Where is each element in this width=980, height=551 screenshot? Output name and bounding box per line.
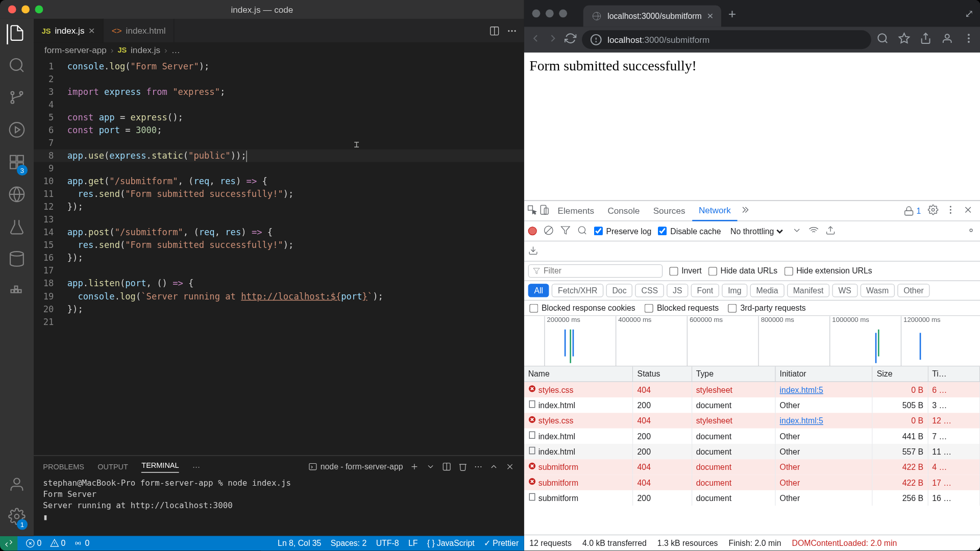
close-tab-icon[interactable]: × [88,24,94,37]
reload-button[interactable] [565,32,577,47]
browser-tab[interactable]: localhost:3000/submitform × [583,6,722,27]
language-mode[interactable]: { } JavaScript [427,539,475,548]
devtools-settings-icon[interactable] [928,205,939,217]
code-line[interactable]: 12}); [34,201,524,213]
prettier-status[interactable]: ✓ Prettier [484,539,519,548]
network-settings-icon[interactable] [966,225,976,237]
code-line[interactable]: 3import express from "express"; [34,85,524,98]
profile-icon[interactable] [941,32,953,47]
code-line[interactable]: 18app.listen(port, () => { [34,277,524,290]
code-line[interactable]: 14app.post("/submitform", (req, res) => … [34,226,524,239]
devtools-tab-network[interactable]: Network [692,201,738,221]
zoom-icon[interactable] [876,32,889,47]
encoding[interactable]: UTF-8 [376,539,399,548]
column-initiator[interactable]: Initiator [775,366,872,382]
network-row[interactable]: index.html200documentOther557 B11 … [524,444,980,459]
network-timeline[interactable]: 200000 ms400000 ms600000 ms800000 ms1000… [524,316,980,366]
record-button[interactable] [528,227,537,235]
network-row[interactable]: index.html200documentOther441 B7 … [524,429,980,444]
chevron-up-icon[interactable] [489,462,498,471]
chip-other[interactable]: Other [897,284,929,297]
split-terminal-icon[interactable] [442,462,451,471]
expand-icon[interactable]: ⤢ [965,7,980,20]
import-icon[interactable] [825,225,836,237]
indentation[interactable]: Spaces: 2 [331,539,366,548]
throttling-select[interactable]: No throttling [728,226,785,236]
editor-tab-index-js[interactable]: JSindex.js× [34,19,104,42]
code-line[interactable]: 20}); [34,303,524,315]
share-icon[interactable] [920,32,932,47]
minimize-window-button[interactable] [21,6,30,14]
editor-tab-index-html[interactable]: <>index.html [104,19,175,42]
chip-media[interactable]: Media [750,284,785,297]
devtools-tab-sources[interactable]: Sources [646,201,692,221]
code-editor[interactable]: ⌶ 1console.log("Form Server");23import e… [34,57,524,455]
network-row[interactable]: submitform404documentOther422 B17 … [524,475,980,490]
chip-manifest[interactable]: Manifest [787,284,830,297]
clear-icon[interactable] [544,225,554,237]
extensions-tab[interactable]: 3 [8,154,26,174]
settings-button[interactable]: 1 [8,508,26,528]
filter-toggle-icon[interactable] [560,225,571,237]
bookmark-icon[interactable] [898,32,911,47]
more-icon[interactable] [506,25,517,36]
chip-doc[interactable]: Doc [606,284,633,297]
terminal-dropdown-icon[interactable] [426,462,435,471]
b-close-button[interactable] [532,9,541,17]
network-row[interactable]: index.html200documentOther505 B3 … [524,397,980,413]
breadcrumbs[interactable]: form-server-app › JS index.js › … [34,42,524,57]
hide-data-urls-checkbox[interactable]: Hide data URLs [708,266,777,276]
explorer-tab[interactable] [7,24,26,44]
ports-count[interactable]: 0 [74,539,89,548]
more-terminal-icon[interactable]: ⋯ [474,462,482,471]
chip-wasm[interactable]: Wasm [860,284,895,297]
invert-checkbox[interactable]: Invert [669,266,701,276]
warning-count[interactable]: 0 [50,539,65,548]
panel-tab-terminal[interactable]: TERMINAL [141,461,179,472]
chip-ws[interactable]: WS [832,284,857,297]
terminal-output[interactable]: stephan@MacBook-Pro form-server-app % no… [34,478,524,536]
forward-button[interactable] [547,32,559,47]
code-line[interactable]: 2 [34,72,524,85]
close-tab-icon[interactable]: × [707,10,713,22]
testing-tab[interactable] [8,218,26,238]
new-terminal-icon[interactable] [410,462,419,471]
scm-tab[interactable] [8,89,26,109]
code-line[interactable]: 11 res.send("Form submitted successfully… [34,188,524,201]
column-status[interactable]: Status [633,366,692,382]
hide-ext-urls-checkbox[interactable]: Hide extension URLs [784,266,872,276]
search-tab[interactable] [8,57,26,77]
devtools-menu-icon[interactable] [945,205,956,217]
code-line[interactable]: 9 [34,162,524,175]
code-line[interactable]: 7 [34,137,524,149]
new-tab-button[interactable]: + [728,6,736,21]
code-line[interactable]: 19 console.log(`Server running at http:/… [34,290,524,303]
code-line[interactable]: 1console.log("Form Server"); [34,60,524,72]
download-icon[interactable] [528,245,538,257]
inspect-icon[interactable] [527,205,537,217]
code-line[interactable]: 16}); [34,252,524,264]
url-bar[interactable]: localhost:3000/submitform [582,30,871,49]
terminal-select[interactable]: node - form-server-app [308,462,403,471]
code-line[interactable]: 6const port = 3000; [34,124,524,137]
check-blocked-requests[interactable]: Blocked requests [645,303,719,312]
column-type[interactable]: Type [692,366,775,382]
issues-badge[interactable]: 1 [903,206,921,216]
account-button[interactable] [8,475,26,496]
column-ti…[interactable]: Ti… [928,366,980,382]
back-button[interactable] [529,32,542,47]
network-row[interactable]: styles.css404stylesheetindex.html:50 B12… [524,413,980,428]
chip-img[interactable]: Img [722,284,747,297]
code-line[interactable]: 21 [34,315,524,328]
chip-fetch-xhr[interactable]: Fetch/XHR [552,284,603,297]
devtools-tab-elements[interactable]: Elements [551,201,601,221]
trash-icon[interactable] [458,462,468,471]
panel-tab-problems[interactable]: PROBLEMS [43,463,84,471]
network-row[interactable]: submitform200documentOther256 B16 … [524,490,980,506]
remote-indicator[interactable] [0,536,17,550]
code-line[interactable]: 5const app = express(); [34,111,524,123]
more-panels-icon[interactable]: ⋯ [192,462,200,471]
column-size[interactable]: Size [872,366,928,382]
disable-cache-checkbox[interactable]: Disable cache [658,227,721,236]
remote-tab[interactable] [8,186,26,206]
